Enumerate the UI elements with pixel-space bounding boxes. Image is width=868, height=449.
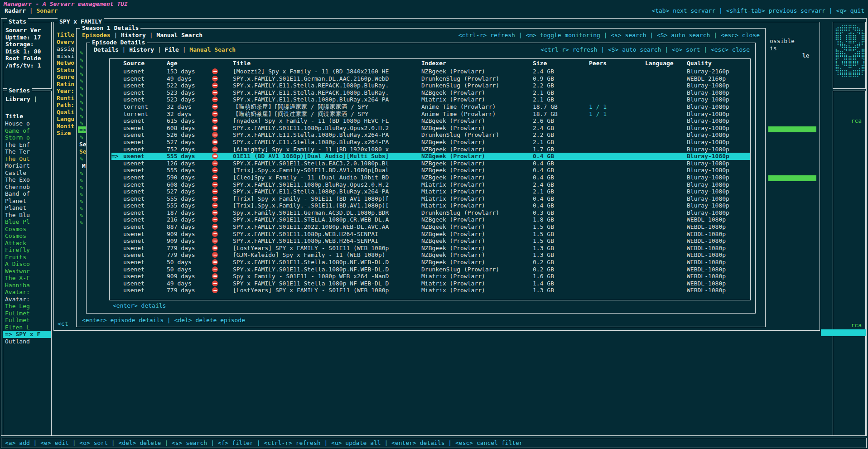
search-result-row[interactable]: usenet 779 days [GJM-Kaleido] Spy x Fami…	[111, 251, 750, 259]
episode-monitor-pencil-icon[interactable]: ✎	[80, 134, 83, 141]
series-list-item[interactable]: Avatar:	[3, 296, 51, 303]
header-peers[interactable]: Peers	[589, 59, 645, 68]
search-result-row[interactable]: usenet 909 days Spy x Family - S01E11 - …	[111, 273, 750, 280]
series-list-item[interactable]: Blue Pl	[3, 218, 51, 226]
cell-language	[645, 195, 687, 203]
header-size[interactable]: Size	[533, 59, 589, 68]
series-list-item[interactable]: Westwor	[3, 268, 51, 275]
series-list-item[interactable]: => SPY x F	[3, 331, 51, 338]
search-result-row[interactable]: torrent 32 days 【喵萌奶茶屋】[间谍过家家 / 间谍家家酒 / …	[111, 111, 750, 118]
search-result-row[interactable]: usenet 555 days [Trix].Spy.x.Family-S01E…	[111, 167, 750, 174]
search-result-row[interactable]: usenet 153 days [Moozzi2] Spy x Family -…	[111, 68, 750, 75]
search-result-row[interactable]: usenet 50 days SPY.x.FAMILY.S01E11.Stell…	[111, 266, 750, 273]
search-result-row[interactable]: usenet 50 days SPY.x.FAMILY.S01E11.Stell…	[111, 259, 750, 266]
search-result-row[interactable]: usenet 522 days SPY.x.FAMILY.E11.Stella.…	[111, 82, 750, 89]
series-list-item[interactable]: Chernob	[3, 183, 51, 191]
series-list-item[interactable]: The Blu	[3, 212, 51, 219]
cell-language	[645, 160, 687, 167]
series-list-item[interactable]: Elfen L	[3, 324, 51, 331]
search-result-row[interactable]: usenet 187 days Spy.x.Family.S01E11.Germ…	[111, 209, 750, 217]
cell-language	[645, 82, 687, 89]
episode-tab[interactable]: Details	[94, 46, 119, 53]
series-list-item[interactable]: A Disco	[3, 261, 51, 268]
series-list-item[interactable]: Planet	[3, 204, 51, 212]
season-tab[interactable]: Manual Search	[146, 32, 203, 39]
header-language[interactable]: Language	[645, 59, 687, 68]
series-list-item[interactable]: Cosmos	[3, 226, 51, 233]
cell-age: 608 days	[167, 181, 212, 188]
search-result-row[interactable]: => usenet 555 days 01E11 (BD AV1 1080p)[…	[111, 153, 750, 160]
episode-monitor-pencil-icons[interactable]: ✎ ✎ ✎ ✎ ✎ ✎ ✎ ✎	[80, 170, 83, 226]
search-result-row[interactable]: usenet 779 days [LostYears] SPY x FAMILY…	[111, 287, 750, 294]
episode-tab[interactable]: File	[154, 46, 179, 53]
series-list-item[interactable]: The Ter	[3, 148, 51, 155]
header-source[interactable]: Source	[123, 59, 167, 68]
rejected-icon	[212, 182, 218, 188]
series-list-item[interactable]: Planet	[3, 198, 51, 205]
cell-rejected	[212, 181, 233, 188]
search-result-row[interactable]: usenet 527 days SPY.x.FAMILY.E11.Stella.…	[111, 139, 750, 146]
episode-tab[interactable]: Manual Search	[179, 46, 236, 53]
series-list-item[interactable]: Fruits	[3, 254, 51, 261]
servarr-tab[interactable]: Radarr	[5, 7, 26, 14]
episode-monitor-pencil-icon[interactable]: ✎	[80, 155, 83, 163]
search-result-row[interactable]: usenet 608 days SPY.x.FAMILY.S01E11.1080…	[111, 125, 750, 132]
series-list-item[interactable]: The X-F	[3, 275, 51, 282]
series-list-item[interactable]: Hanniba	[3, 282, 51, 289]
series-list-item[interactable]: Firefly	[3, 246, 51, 254]
search-result-row[interactable]: usenet 216 days SPY.x.FAMILY.S01E11.STEL…	[111, 216, 750, 223]
series-list-item[interactable]: Cosmos	[3, 232, 51, 240]
header-indexer[interactable]: Indexer	[421, 59, 533, 68]
header-title[interactable]: Title	[233, 59, 421, 68]
search-result-row[interactable]: usenet 555 days [Trix].Spy.x.Family.-.S0…	[111, 202, 750, 209]
series-list-item[interactable]: Fullmet	[3, 310, 51, 317]
search-result-row[interactable]: usenet 523 days SPY.x.FAMILY.E11.Stella.…	[111, 89, 750, 97]
tab-library[interactable]: Library	[5, 96, 37, 103]
series-list-item[interactable]: Attack	[3, 240, 51, 247]
search-result-row[interactable]: usenet 527 days SPY.x.FAMILY.E11.Stella.…	[111, 188, 750, 195]
series-list-item[interactable]: Avatar:	[3, 289, 51, 296]
series-list-item[interactable]: Band of	[3, 190, 51, 198]
cell-peers	[589, 216, 645, 223]
header-age[interactable]: Age	[167, 59, 212, 68]
season-tab[interactable]: Episodes	[82, 32, 111, 39]
search-result-row[interactable]: usenet 526 days SPY.x.FAMILY.E11.Stella.…	[111, 131, 750, 139]
search-result-row[interactable]: usenet 909 days SPY.x.FAMILY.S01E11.1080…	[111, 237, 750, 245]
search-result-row[interactable]: usenet 779 days [LostYears] SPY x FAMILY…	[111, 245, 750, 252]
series-list-item[interactable]: The Out	[3, 155, 51, 163]
series-list-item[interactable]: Game of	[3, 127, 51, 135]
series-list-item[interactable]: Storm o	[3, 134, 51, 141]
series-field-label: Runti	[57, 95, 77, 102]
series-list-item[interactable]: The Exo	[3, 176, 51, 183]
search-result-row[interactable]: torrent 32 days 【喵萌奶茶屋】[間諜過家家 / 間諜家家酒 / …	[111, 103, 750, 111]
series-list-item[interactable]: Moriart	[3, 162, 51, 169]
series-list-item[interactable]: Castle	[3, 169, 51, 177]
search-result-row[interactable]: usenet 909 days SPY.x.FAMILY.S01E11.1080…	[111, 231, 750, 238]
series-list-item[interactable]: Fullmet	[3, 317, 51, 324]
series-list-item[interactable]: The Enf	[3, 141, 51, 149]
season-tab[interactable]: History	[111, 32, 146, 39]
search-result-row[interactable]: usenet 126 days SPY.X.FAMILY.S01E11.Stel…	[111, 160, 750, 167]
episode-monitor-pencil-icons[interactable]: ✎ ✎ ✎ ✎ ✎ ✎ ✎ ✎ ✎ ✎ ✎	[80, 49, 83, 127]
search-result-row[interactable]: usenet 49 days SPY.x.FAMILY.S01E11.Germa…	[111, 75, 750, 82]
search-result-row[interactable]: usenet 590 days [Cleo]Spy x Family - 11 …	[111, 174, 750, 181]
header-quality[interactable]: Quality	[687, 59, 750, 68]
episode-tab[interactable]: History	[119, 46, 154, 53]
search-result-row[interactable]: usenet 523 days SPY.x.FAMILY.E11.Stella.…	[111, 96, 750, 103]
series-list-item[interactable]: House o	[3, 120, 51, 127]
series-list-item[interactable]: The Leg	[3, 303, 51, 310]
cell-source: usenet	[123, 251, 167, 259]
search-result-row[interactable]: usenet 752 days [Almighty] Spy x Family …	[111, 146, 750, 153]
search-result-row[interactable]: usenet 608 days SPY.x.FAMILY.S01E11.1080…	[111, 181, 750, 188]
search-result-row[interactable]: usenet 555 days [Trix] Spy x Family - S0…	[111, 195, 750, 203]
search-result-row[interactable]: usenet 615 days [nyadex] Spy x Family - …	[111, 117, 750, 125]
search-result-row[interactable]: usenet 49 days SPY x FAMILY S01E11 Stell…	[111, 280, 750, 287]
cell-indexer: DrunkenSlug (Prowlarr)	[421, 209, 533, 217]
servarr-tab[interactable]: Sonarr	[26, 7, 58, 14]
series-list-item[interactable]: Outland	[3, 338, 51, 345]
search-result-row[interactable]: usenet 887 days SPY.x.FAMILY.S01E11.2022…	[111, 223, 750, 231]
cell-age: 126 days	[167, 160, 212, 167]
cell-language	[645, 89, 687, 97]
cell-language	[645, 174, 687, 181]
cell-source: usenet	[123, 209, 167, 217]
